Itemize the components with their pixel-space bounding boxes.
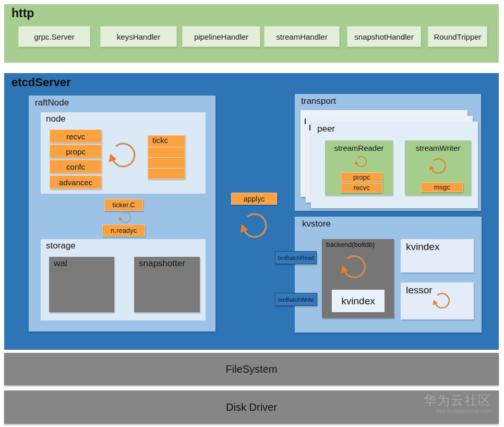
etcd-server-title: etcdServer xyxy=(11,76,71,89)
peer-channel-propc: propc xyxy=(341,172,382,182)
disk-driver-layer: Disk Driver 华为云社区 bbs.huaweicloud.com xyxy=(4,390,499,424)
tickc-slot xyxy=(148,147,185,158)
peer-card: peer streamReader propc recvc streamWrit… xyxy=(311,122,478,208)
snapshotter-label: snapshotter xyxy=(139,258,185,269)
tickc-slot xyxy=(148,168,185,179)
backend-boltdb-title: backend(boltdb) xyxy=(326,241,375,248)
peer-channel-recvc: recvc xyxy=(341,183,382,193)
handler-pipeline-handler: pipelineHandler xyxy=(182,26,260,47)
stream-reader-title: streamReader xyxy=(325,144,393,152)
etcd-architecture-diagram: http grpc.Server keysHandler pipelineHan… xyxy=(0,0,504,427)
stream-writer-loop-arrow-icon xyxy=(428,156,448,176)
kvstore-box: kvstore backend(boltdb) kvindex kvindex … xyxy=(295,217,482,333)
http-layer-title: http xyxy=(11,6,34,20)
applyc-loop-arrow-icon xyxy=(239,210,270,241)
kvindex-label: kvindex xyxy=(406,241,439,253)
wal-label: wal xyxy=(54,258,67,269)
kvstore-title: kvstore xyxy=(302,219,331,229)
channel-propc: propc xyxy=(50,145,102,158)
watermark: 华为云社区 bbs.huaweicloud.com xyxy=(424,393,491,414)
watermark-title: 华为云社区 xyxy=(424,393,491,408)
ticker-c-chip: ticker.C xyxy=(104,199,143,211)
stream-writer-box: streamWriter msgc xyxy=(405,140,471,195)
kvindex-box: kvindex xyxy=(401,239,474,272)
backend-loop-arrow-icon xyxy=(340,252,369,281)
storage-box: storage wal snapshotter xyxy=(41,239,206,321)
raft-node-box: raftNode node recvc propc confc advancec… xyxy=(29,96,215,331)
handler-keys-handler: keysHandler xyxy=(100,26,177,47)
stream-writer-title: streamWriter xyxy=(405,144,471,152)
n-readyc-chip: n.readyc xyxy=(102,224,145,236)
lessor-label: lessor xyxy=(406,284,433,296)
node-title: node xyxy=(46,114,66,124)
stream-reader-box: streamReader propc recvc xyxy=(325,140,393,195)
snapshotter-box: snapshotter xyxy=(134,257,200,312)
http-layer: http grpc.Server keysHandler pipelineHan… xyxy=(4,4,499,63)
backend-boltdb-box: backend(boltdb) kvindex xyxy=(322,239,394,318)
tickc-queue: tickc xyxy=(148,135,185,179)
wal-box: wal xyxy=(49,257,114,312)
node-box: node recvc propc confc advancec tickc xyxy=(41,112,206,194)
handler-grpc-server: grpc.Server xyxy=(18,26,90,47)
stream-reader-loop-arrow-icon xyxy=(354,155,368,169)
watermark-subtitle: bbs.huaweicloud.com xyxy=(424,408,491,414)
txn-batch-read-chip: txnBatchRead xyxy=(275,251,317,264)
tickc-label: tickc xyxy=(148,136,185,147)
filesystem-layer: FileSystem xyxy=(4,353,499,385)
transport-title: transport xyxy=(301,96,336,106)
tickc-slot xyxy=(148,157,185,168)
txn-batch-write-chip: txnBatchWrite xyxy=(275,293,317,306)
lessor-loop-arrow-icon xyxy=(432,291,452,311)
ticker-loop-arrow-icon xyxy=(118,210,133,224)
channel-confc: confc xyxy=(50,160,102,173)
channel-recvc: recvc xyxy=(50,129,102,143)
etcd-server-layer: etcdServer raftNode node recvc propc con… xyxy=(4,73,499,350)
filesystem-label: FileSystem xyxy=(226,363,278,375)
handler-round-tripper: RoundTripper xyxy=(428,26,487,47)
node-loop-arrow-icon xyxy=(107,139,139,171)
disk-driver-label: Disk Driver xyxy=(226,401,277,413)
handler-snapshot-handler: snapshotHandler xyxy=(347,26,421,47)
applyc-chip: applyc xyxy=(231,193,277,205)
backend-kvindex-box: kvindex xyxy=(332,290,385,312)
peer-stack-mark xyxy=(309,125,310,131)
raft-node-title: raftNode xyxy=(35,98,69,108)
peer-title: peer xyxy=(317,124,335,134)
transport-box: transport peer streamReader propc recvc xyxy=(295,94,481,211)
lessor-box: lessor xyxy=(401,282,474,319)
peer-channel-msgc: msgc xyxy=(421,182,463,192)
handler-stream-handler: streamHandler xyxy=(264,26,340,47)
peer-stack-mark xyxy=(305,118,306,124)
storage-title: storage xyxy=(46,241,76,251)
channel-advancec: advancec xyxy=(50,175,102,189)
